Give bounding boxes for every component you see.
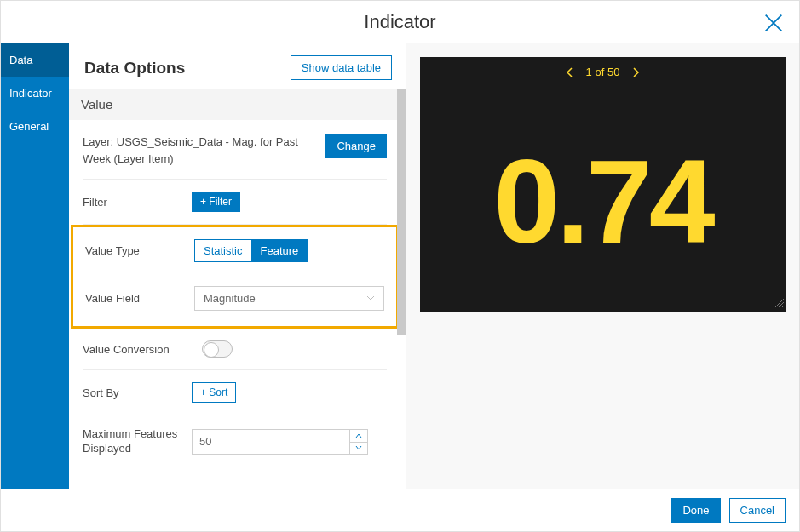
preview-column: 1 of 50 0.74 bbox=[406, 43, 799, 489]
value-field-row: Value Field Magnitude bbox=[85, 274, 384, 326]
options-scroll: Value Layer: USGS_Seismic_Data - Mag. fo… bbox=[69, 89, 406, 489]
spinner-down[interactable] bbox=[350, 442, 367, 454]
dialog-title: Indicator bbox=[364, 11, 435, 33]
pager-text: 1 of 50 bbox=[586, 66, 620, 78]
options-title: Data Options bbox=[84, 59, 185, 77]
options-header: Data Options Show data table bbox=[69, 43, 406, 89]
sort-by-label: Sort By bbox=[83, 386, 192, 399]
sidebar-tab-data[interactable]: Data bbox=[1, 43, 69, 77]
value-type-row: Value Type Statistic Feature bbox=[85, 227, 384, 274]
max-features-row: Maximum Features Displayed bbox=[83, 415, 387, 468]
show-data-table-button[interactable]: Show data table bbox=[291, 55, 392, 80]
options-panel: Data Options Show data table Value Layer… bbox=[69, 43, 406, 489]
dialog-footer: Done Cancel bbox=[1, 489, 799, 531]
layer-text: Layer: USGS_Seismic_Data - Mag. for Past… bbox=[83, 134, 317, 167]
cancel-button[interactable]: Cancel bbox=[729, 498, 786, 523]
sidebar: Data Indicator General bbox=[1, 43, 69, 489]
change-layer-button[interactable]: Change bbox=[325, 134, 387, 158]
value-conversion-toggle[interactable] bbox=[202, 340, 233, 358]
filter-label: Filter bbox=[83, 196, 192, 209]
resize-handle-icon[interactable] bbox=[774, 295, 784, 311]
value-section-header: Value bbox=[69, 89, 406, 120]
max-features-label: Maximum Features Displayed bbox=[83, 427, 192, 456]
sidebar-tab-general[interactable]: General bbox=[1, 110, 69, 143]
spinner-up[interactable] bbox=[350, 430, 367, 442]
max-features-spinner bbox=[192, 429, 362, 455]
pager-prev-icon[interactable] bbox=[566, 67, 574, 77]
highlighted-section: Value Type Statistic Feature Value Field bbox=[71, 225, 399, 329]
spinner-buttons bbox=[350, 429, 368, 455]
options-content: Value Layer: USGS_Seismic_Data - Mag. fo… bbox=[69, 89, 406, 489]
close-icon[interactable] bbox=[762, 11, 786, 35]
value-conversion-label: Value Conversion bbox=[83, 343, 202, 356]
preview-pager: 1 of 50 bbox=[420, 57, 786, 87]
chevron-down-icon bbox=[366, 292, 375, 305]
add-filter-button[interactable]: + Filter bbox=[192, 192, 240, 212]
done-button[interactable]: Done bbox=[671, 498, 720, 523]
value-field-selected: Magnitude bbox=[204, 292, 256, 305]
preview-value: 0.74 bbox=[420, 91, 786, 312]
sort-by-row: Sort By + Sort bbox=[83, 370, 387, 415]
preview-card: 1 of 50 0.74 bbox=[420, 57, 786, 312]
value-type-feature[interactable]: Feature bbox=[252, 239, 308, 262]
value-type-label: Value Type bbox=[85, 244, 194, 257]
pager-next-icon[interactable] bbox=[631, 67, 640, 77]
value-type-statistic[interactable]: Statistic bbox=[194, 239, 252, 262]
dialog-header: Indicator bbox=[1, 1, 799, 43]
max-features-input[interactable] bbox=[192, 429, 350, 455]
indicator-dialog: Indicator Data Indicator General Data Op… bbox=[0, 0, 800, 532]
value-conversion-row: Value Conversion bbox=[83, 329, 387, 370]
sidebar-tab-indicator[interactable]: Indicator bbox=[1, 77, 69, 110]
scrollbar-thumb[interactable] bbox=[397, 89, 406, 335]
value-field-label: Value Field bbox=[85, 292, 194, 305]
value-type-segmented: Statistic Feature bbox=[194, 239, 308, 262]
value-field-select[interactable]: Magnitude bbox=[194, 286, 384, 311]
add-sort-button[interactable]: + Sort bbox=[192, 382, 236, 403]
filter-row: Filter + Filter bbox=[83, 180, 387, 225]
layer-row: Layer: USGS_Seismic_Data - Mag. for Past… bbox=[83, 120, 387, 180]
dialog-body: Data Indicator General Data Options Show… bbox=[1, 43, 799, 489]
